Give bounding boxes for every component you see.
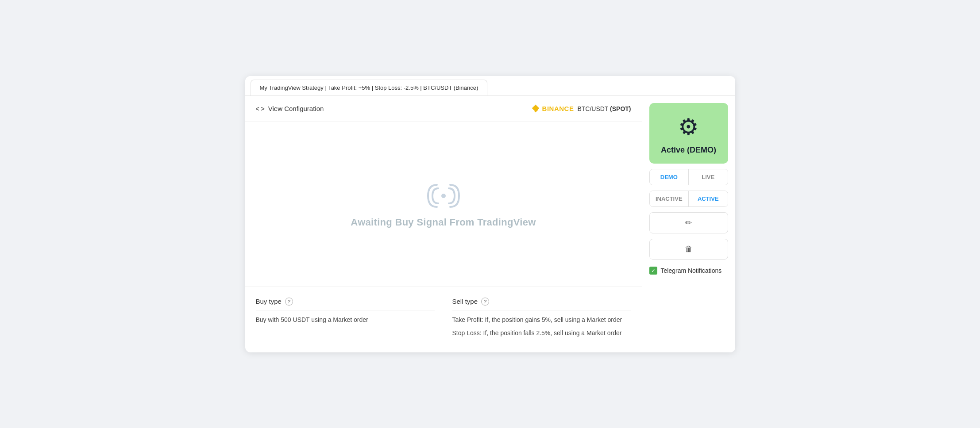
telegram-label: Telegram Notifications bbox=[661, 267, 722, 274]
status-label: Active (DEMO) bbox=[661, 145, 716, 155]
gear-icon: ⚙ bbox=[678, 114, 699, 140]
sell-type-value: Take Profit: If, the position gains 5%, … bbox=[452, 315, 631, 338]
strategy-tab[interactable]: My TradingView Strategy | Take Profit: +… bbox=[251, 80, 488, 96]
view-config-button[interactable]: < > View Configuration bbox=[256, 105, 324, 112]
signal-text: Awaiting Buy Signal From TradingView bbox=[351, 217, 536, 228]
delete-icon: 🗑 bbox=[685, 245, 693, 254]
sell-type-help-icon[interactable]: ? bbox=[481, 298, 489, 306]
buy-type-label: Buy type ? bbox=[256, 298, 435, 310]
live-button[interactable]: LIVE bbox=[688, 169, 728, 185]
delete-button[interactable]: 🗑 bbox=[649, 239, 728, 260]
status-card: ⚙ Active (DEMO) bbox=[649, 103, 728, 164]
buy-type-help-icon[interactable]: ? bbox=[285, 298, 293, 306]
signal-area: Awaiting Buy Signal From TradingView bbox=[245, 122, 642, 287]
left-panel: < > View Configuration bbox=[245, 96, 642, 352]
main-container: My TradingView Strategy | Take Profit: +… bbox=[245, 76, 735, 352]
buy-type-col: Buy type ? Buy with 500 USDT using a Mar… bbox=[256, 298, 435, 342]
edit-button[interactable]: ✏ bbox=[649, 212, 728, 233]
header-row: < > View Configuration bbox=[245, 96, 642, 122]
main-area: < > View Configuration bbox=[245, 96, 735, 352]
demo-live-toggle: DEMO LIVE bbox=[649, 169, 728, 185]
inactive-button[interactable]: INACTIVE bbox=[650, 191, 689, 206]
right-panel: ⚙ Active (DEMO) DEMO LIVE INACTIVE ACTIV… bbox=[642, 96, 735, 352]
exchange-info: BINANCE BTC/USDT (SPOT) bbox=[531, 104, 631, 114]
binance-icon bbox=[531, 104, 540, 114]
binance-name: BINANCE bbox=[542, 105, 574, 112]
telegram-notifications-row[interactable]: ✓ Telegram Notifications bbox=[649, 265, 728, 276]
svg-point-11 bbox=[441, 194, 446, 198]
angle-brackets-icon: < > bbox=[256, 105, 265, 112]
tab-bar: My TradingView Strategy | Take Profit: +… bbox=[245, 76, 735, 96]
signal-wave-icon bbox=[421, 180, 466, 211]
demo-button[interactable]: DEMO bbox=[650, 169, 689, 185]
binance-logo: BINANCE bbox=[531, 104, 574, 114]
active-button[interactable]: ACTIVE bbox=[688, 191, 728, 206]
type-section: Buy type ? Buy with 500 USDT using a Mar… bbox=[245, 287, 642, 352]
edit-icon: ✏ bbox=[685, 218, 692, 228]
telegram-checkbox-icon[interactable]: ✓ bbox=[649, 267, 657, 275]
trading-pair: BTC/USDT (SPOT) bbox=[577, 105, 631, 112]
view-config-label: View Configuration bbox=[268, 105, 324, 112]
inactive-active-toggle: INACTIVE ACTIVE bbox=[649, 191, 728, 207]
buy-type-value: Buy with 500 USDT using a Market order bbox=[256, 315, 435, 325]
sell-type-col: Sell type ? Take Profit: If, the positio… bbox=[452, 298, 631, 342]
sell-type-label: Sell type ? bbox=[452, 298, 631, 310]
